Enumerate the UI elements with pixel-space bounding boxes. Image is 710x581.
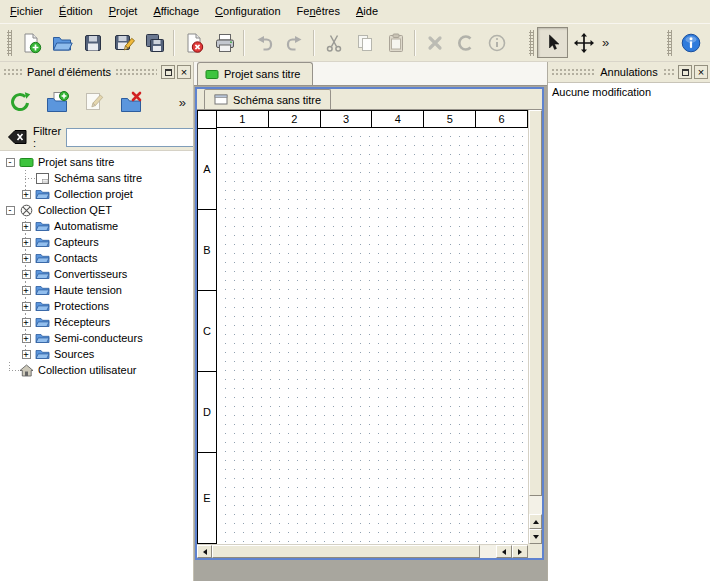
schema-tab-icon	[214, 94, 228, 105]
horizontal-scrollbar-thumb[interactable]	[212, 545, 480, 558]
tree-item-collection-qet[interactable]: - Collection QET	[0, 202, 193, 218]
toolbar-grip[interactable]	[529, 30, 534, 56]
close-dock-button[interactable]: ×	[177, 65, 191, 79]
save-button[interactable]	[77, 27, 108, 58]
column-header-cell: 6	[476, 111, 527, 127]
clear-filter-button[interactable]	[6, 127, 28, 147]
cut-button[interactable]	[318, 27, 349, 58]
tree-item-sources[interactable]: + Sources	[0, 346, 193, 362]
schematic-grid[interactable]	[217, 128, 528, 544]
expander-box[interactable]: +	[22, 286, 31, 295]
menu-label: ide	[363, 5, 378, 17]
tree-cell: +	[20, 314, 32, 330]
float-dock-button[interactable]	[678, 65, 692, 79]
expander-box[interactable]: +	[22, 350, 31, 359]
tree-item-label: Projet sans titre	[38, 156, 114, 168]
tree-line	[25, 298, 26, 314]
expander-box[interactable]: +	[22, 190, 31, 199]
scroll-down-button[interactable]	[529, 529, 542, 544]
tree-item-contacts[interactable]: + Contacts	[0, 250, 193, 266]
toolbar-grip[interactable]	[667, 30, 672, 56]
schema-tab[interactable]: Schéma sans titre	[204, 89, 331, 109]
rotate-icon	[455, 32, 477, 54]
edit-element-button[interactable]	[78, 86, 110, 118]
project-tab[interactable]: Projet sans titre	[197, 62, 313, 85]
expander-box[interactable]: +	[22, 334, 31, 343]
horizontal-scrollbar[interactable]	[197, 544, 528, 558]
undo-button[interactable]	[248, 27, 279, 58]
move-tool-button[interactable]	[568, 27, 599, 58]
edit-element-icon	[82, 90, 106, 114]
expander-box[interactable]: +	[22, 222, 31, 231]
menu-configuration[interactable]: Configuration	[207, 0, 288, 23]
tree-item-collection-projet[interactable]: + Collection projet	[0, 186, 193, 202]
menu-aide[interactable]: Aide	[348, 0, 386, 23]
undo-dock-title: Annulations	[595, 66, 663, 78]
tree-item-collection-utilisateur[interactable]: Collection utilisateur	[0, 362, 193, 378]
tree-item-automatisme[interactable]: + Automatisme	[0, 218, 193, 234]
diagram-canvas[interactable]: 1 2 3 4 5 6 A B C D	[197, 110, 528, 544]
expander-box[interactable]: -	[6, 206, 15, 215]
select-tool-button[interactable]	[537, 27, 568, 58]
copy-button[interactable]	[349, 27, 380, 58]
rotate-button[interactable]	[450, 27, 481, 58]
scroll-up-button[interactable]	[529, 514, 542, 529]
tree-item-haute-tension[interactable]: + Haute tension	[0, 282, 193, 298]
redo-button[interactable]	[279, 27, 310, 58]
expander-box[interactable]: +	[22, 302, 31, 311]
open-button[interactable]	[46, 27, 77, 58]
tree-item-label: Schéma sans titre	[54, 172, 142, 184]
delete-button[interactable]	[419, 27, 450, 58]
vertical-scrollbar-thumb[interactable]	[529, 110, 542, 496]
menu-edition[interactable]: Édition	[51, 0, 101, 23]
toolbar-grip[interactable]	[7, 30, 12, 56]
print-button[interactable]	[209, 27, 240, 58]
expander-box[interactable]: -	[6, 158, 15, 167]
open-folder-icon	[51, 32, 73, 54]
tree-item-convertisseurs[interactable]: + Convertisseurs	[0, 266, 193, 282]
menu-label: rojet	[116, 5, 137, 17]
new-button[interactable]	[15, 27, 46, 58]
tree-cell	[20, 170, 32, 186]
new-element-button[interactable]	[41, 86, 73, 118]
tree-item-schema[interactable]: Schéma sans titre	[0, 170, 193, 186]
menu-fichier[interactable]: Fichier	[2, 0, 51, 23]
expander-box[interactable]: +	[22, 238, 31, 247]
save-as-button[interactable]	[108, 27, 139, 58]
tree-item-project[interactable]: - Projet sans titre	[0, 154, 193, 170]
tree-item-capteurs[interactable]: + Capteurs	[0, 234, 193, 250]
about-button[interactable]	[675, 27, 706, 58]
scroll-left-button[interactable]	[197, 545, 212, 558]
expander-box[interactable]: +	[22, 318, 31, 327]
column-header-cell: 5	[424, 111, 476, 127]
panel-overflow-button[interactable]: »	[176, 87, 189, 118]
tree-item-recepteurs[interactable]: + Récepteurs	[0, 314, 193, 330]
tree-item-protections[interactable]: + Protections	[0, 298, 193, 314]
diagram-viewport: 1 2 3 4 5 6 A B C D	[197, 110, 542, 558]
schema-icon	[35, 172, 50, 185]
undo-dock-titlebar[interactable]: Annulations ×	[548, 62, 710, 82]
expander-box[interactable]: +	[22, 254, 31, 263]
expander-box[interactable]: +	[22, 270, 31, 279]
tree-line	[25, 346, 26, 354]
close-document-button[interactable]	[178, 27, 209, 58]
scroll-right-button[interactable]	[512, 545, 528, 558]
menu-fenetres[interactable]: Fenêtres	[289, 0, 348, 23]
delete-element-button[interactable]	[115, 86, 147, 118]
reload-collections-button[interactable]	[4, 86, 36, 118]
toolbar-overflow-button[interactable]: »	[599, 27, 612, 58]
undo-history-list[interactable]: Aucune modification	[548, 82, 710, 581]
menu-affichage[interactable]: Affichage	[145, 0, 207, 23]
paste-button[interactable]	[380, 27, 411, 58]
elements-panel-titlebar[interactable]: Panel d'éléments ×	[0, 62, 193, 82]
menu-projet[interactable]: Projet	[101, 0, 146, 23]
info-button[interactable]	[481, 27, 512, 58]
tree-item-semi-conducteurs[interactable]: + Semi-conducteurs	[0, 330, 193, 346]
save-all-button[interactable]	[139, 27, 170, 58]
vertical-scrollbar[interactable]	[528, 110, 542, 544]
close-dock-button[interactable]: ×	[694, 65, 708, 79]
down-arrow-icon	[533, 535, 539, 539]
scroll-left-button-2[interactable]	[496, 545, 512, 558]
cut-scissors-icon	[323, 32, 345, 54]
float-dock-button[interactable]	[161, 65, 175, 79]
